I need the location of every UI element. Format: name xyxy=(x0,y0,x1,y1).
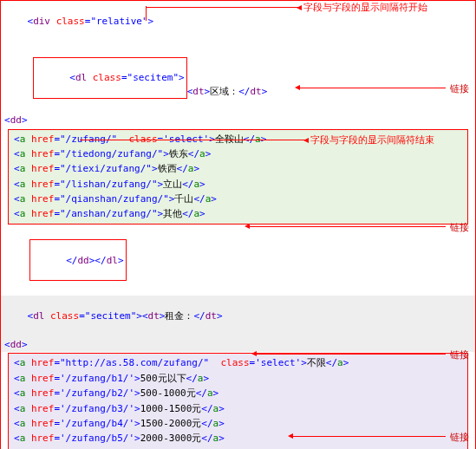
link-row: <a href="/tiedong/zufang/">铁东</a> xyxy=(10,146,466,161)
link-row: <a href='/zufang/b4/'>1500-2000元</a> xyxy=(10,416,466,431)
separator-start-box: <dl class="secitem"> xyxy=(33,57,187,99)
link-row: <a href="/tiexi/zufang/">铁西</a> xyxy=(10,161,466,176)
link-row: <a href="/lishan/zufang/">立山</a> xyxy=(10,177,466,192)
link-row: <a href="/anshan/zufang/">其他</a> xyxy=(10,206,466,221)
code-line-dd-open: <dd> xyxy=(1,337,475,352)
code-line-close-dd-dl: </dd></dl> xyxy=(1,225,475,296)
code-line-dl-area: <dl class="secitem"> <dt>区域：</dt> xyxy=(1,42,475,113)
link-row: <a href='/zufang/b5/'>2000-3000元</a> xyxy=(10,431,466,446)
annotation-link-1: 链接 xyxy=(450,82,469,95)
annotation-sep-start: 字段与字段的显示间隔符开始 xyxy=(303,1,427,14)
link-row: <a href='/zufang/b3/'>1000-1500元</a> xyxy=(10,401,466,416)
annotation-link-4: 链接 xyxy=(450,431,469,444)
code-line-dd-open: <dd> xyxy=(1,113,475,127)
annotation-sep-end: 字段与字段的显示间隔符结束 xyxy=(310,133,434,146)
link-block-rent: <a href="http://as.58.com/zufang/" class… xyxy=(8,353,468,449)
link-row: <a href='/zufang/b2/'>500-1000元</a> xyxy=(10,386,466,400)
separator-end-box: </dd></dl> xyxy=(29,239,127,281)
link-row: <a href="/qianshan/zufang/">千山</a> xyxy=(10,192,466,206)
link-row: <a href="http://as.58.com/zufang/" class… xyxy=(10,355,466,370)
link-row: <a href='/zufang/b1/'>500元以下</a> xyxy=(10,371,466,386)
annotation-link-3: 链接 xyxy=(450,348,469,361)
annotation-link-2: 链接 xyxy=(450,221,469,234)
code-line-dl-rent: <dl class="secitem"><dt>租金：</dt> xyxy=(1,296,475,337)
